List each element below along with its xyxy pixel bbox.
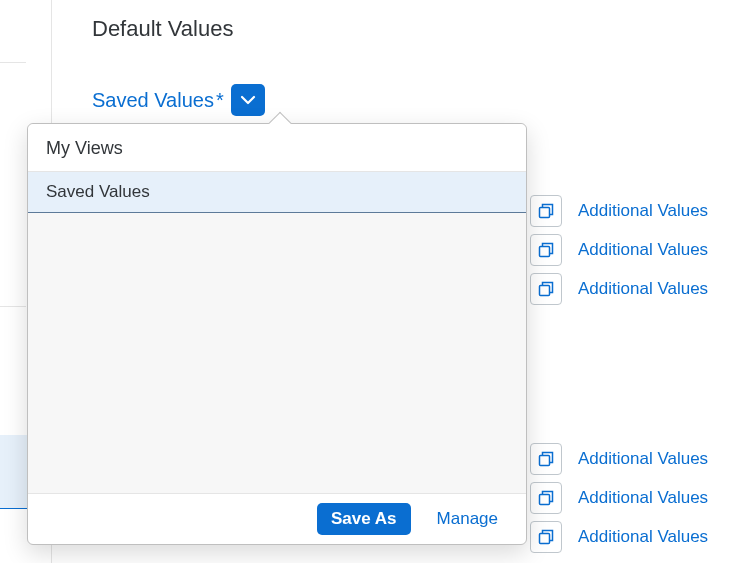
variant-popover: My Views Saved Values Save As Manage (27, 123, 527, 545)
svg-rect-0 (540, 208, 550, 218)
popover-body (28, 213, 526, 493)
value-help-icon (538, 242, 554, 258)
save-as-button[interactable]: Save As (317, 503, 411, 535)
value-help-button[interactable] (530, 195, 562, 227)
value-help-button[interactable] (530, 482, 562, 514)
popover-list-item[interactable]: Saved Values (28, 172, 526, 213)
value-row: Additional Values (530, 521, 708, 553)
chevron-down-icon (240, 95, 256, 105)
additional-values-link[interactable]: Additional Values (578, 279, 708, 299)
additional-values-link[interactable]: Additional Values (578, 240, 708, 260)
value-help-icon (538, 451, 554, 467)
variant-header: Saved Values * (92, 84, 265, 116)
value-row: Additional Values (530, 234, 708, 266)
additional-values-link[interactable]: Additional Values (578, 449, 708, 469)
value-row: Additional Values (530, 443, 708, 475)
additional-values-link[interactable]: Additional Values (578, 488, 708, 508)
value-help-icon (538, 281, 554, 297)
rail-divider (0, 62, 26, 63)
value-help-icon (538, 203, 554, 219)
value-row: Additional Values (530, 482, 708, 514)
variant-dropdown-button[interactable] (231, 84, 265, 116)
popover-list: Saved Values (28, 172, 526, 213)
popover-footer: Save As Manage (28, 493, 526, 544)
svg-rect-5 (540, 534, 550, 544)
modified-indicator: * (216, 89, 224, 112)
svg-rect-3 (540, 456, 550, 466)
value-help-button[interactable] (530, 273, 562, 305)
manage-button[interactable]: Manage (423, 503, 512, 535)
rail-divider (0, 306, 26, 307)
additional-values-link[interactable]: Additional Values (578, 527, 708, 547)
value-help-icon (538, 529, 554, 545)
svg-rect-1 (540, 247, 550, 257)
value-row: Additional Values (530, 195, 708, 227)
value-help-button[interactable] (530, 521, 562, 553)
page-title: Default Values (92, 16, 233, 42)
svg-rect-4 (540, 495, 550, 505)
additional-values-link[interactable]: Additional Values (578, 201, 708, 221)
value-help-icon (538, 490, 554, 506)
value-row: Additional Values (530, 273, 708, 305)
value-help-button[interactable] (530, 234, 562, 266)
variant-title[interactable]: Saved Values (92, 89, 214, 112)
value-help-button[interactable] (530, 443, 562, 475)
svg-rect-2 (540, 286, 550, 296)
